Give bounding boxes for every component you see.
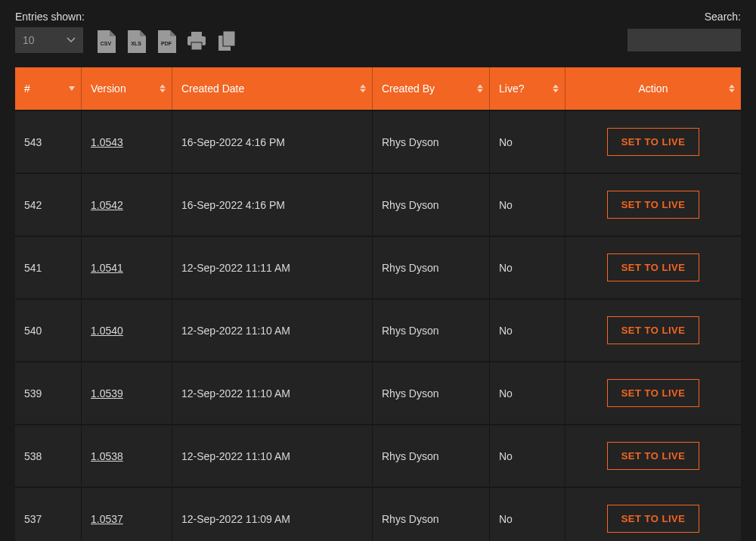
version-link[interactable]: 1.0541 (91, 262, 123, 274)
cell-created-by: Rhys Dyson (373, 487, 490, 541)
table-row: 5381.053812-Sep-2022 11:10 AMRhys DysonN… (15, 424, 741, 487)
cell-action: SET TO LIVE (565, 362, 741, 424)
cell-created-by: Rhys Dyson (373, 236, 490, 298)
svg-rect-7 (223, 31, 235, 46)
entries-shown-value: 10 (23, 34, 35, 46)
cell-number: 539 (15, 362, 82, 424)
cell-live: No (490, 487, 565, 541)
sort-icon (729, 85, 735, 93)
version-link[interactable]: 1.0539 (91, 387, 123, 400)
search-label: Search: (705, 11, 741, 23)
cell-created-date: 12-Sep-2022 11:10 AM (172, 424, 373, 487)
cell-created-by: Rhys Dyson (373, 299, 490, 361)
chevron-down-icon (67, 36, 76, 45)
svg-rect-5 (191, 42, 202, 50)
cell-action: SET TO LIVE (565, 487, 741, 541)
sort-icon (360, 85, 366, 93)
version-link[interactable]: 1.0542 (91, 199, 123, 211)
svg-rect-3 (191, 32, 202, 36)
cell-number: 542 (15, 173, 82, 235)
cell-version: 1.0537 (82, 487, 172, 541)
cell-action: SET TO LIVE (565, 299, 741, 361)
cell-live: No (490, 236, 565, 298)
cell-live: No (490, 424, 565, 487)
cell-created-date: 12-Sep-2022 11:11 AM (172, 236, 373, 298)
sort-desc-icon (69, 86, 75, 91)
table-row: 5391.053912-Sep-2022 11:10 AMRhys DysonN… (15, 362, 741, 424)
cell-number: 540 (15, 299, 82, 361)
set-to-live-button[interactable]: SET TO LIVE (607, 191, 700, 219)
column-header-action[interactable]: Action (565, 67, 741, 110)
export-pdf-icon[interactable]: PDF (156, 30, 177, 53)
export-icons: CSV XLS PDF (95, 30, 237, 53)
search-input[interactable] (627, 29, 741, 51)
table-row: 5371.053712-Sep-2022 11:09 AMRhys DysonN… (15, 487, 741, 541)
version-link[interactable]: 1.0538 (91, 450, 123, 462)
cell-version: 1.0543 (82, 110, 172, 173)
cell-version: 1.0541 (82, 236, 172, 298)
set-to-live-button[interactable]: SET TO LIVE (607, 128, 700, 156)
sort-icon (553, 85, 559, 93)
set-to-live-button[interactable]: SET TO LIVE (607, 379, 700, 407)
table-row: 5401.054012-Sep-2022 11:10 AMRhys DysonN… (15, 299, 741, 361)
cell-action: SET TO LIVE (565, 424, 741, 487)
sort-icon (160, 85, 166, 93)
cell-created-by: Rhys Dyson (373, 173, 490, 235)
set-to-live-button[interactable]: SET TO LIVE (607, 253, 700, 281)
cell-created-date: 16-Sep-2022 4:16 PM (172, 173, 373, 235)
cell-number: 541 (15, 236, 82, 298)
cell-number: 538 (15, 424, 82, 487)
version-link[interactable]: 1.0540 (91, 325, 123, 337)
cell-version: 1.0539 (82, 362, 172, 424)
cell-version: 1.0540 (82, 299, 172, 361)
column-header-version[interactable]: Version (82, 67, 172, 110)
export-csv-icon[interactable]: CSV (95, 30, 116, 53)
cell-created-date: 12-Sep-2022 11:09 AM (172, 487, 373, 541)
version-link[interactable]: 1.0537 (91, 513, 123, 525)
cell-version: 1.0542 (82, 173, 172, 235)
toolbar: Entries shown: 10 CSV XLS PDF (15, 0, 741, 53)
cell-version: 1.0538 (82, 424, 172, 487)
cell-live: No (490, 110, 565, 173)
cell-created-by: Rhys Dyson (373, 362, 490, 424)
toolbar-left: Entries shown: 10 CSV XLS PDF (15, 11, 237, 53)
cell-created-by: Rhys Dyson (373, 424, 490, 487)
cell-created-date: 12-Sep-2022 11:10 AM (172, 299, 373, 361)
entries-shown-group: Entries shown: 10 (15, 11, 85, 53)
svg-text:PDF: PDF (161, 41, 172, 46)
version-link[interactable]: 1.0543 (91, 136, 123, 148)
table-row: 5411.054112-Sep-2022 11:11 AMRhys DysonN… (15, 236, 741, 298)
table-row: 5431.054316-Sep-2022 4:16 PMRhys DysonNo… (15, 110, 741, 173)
column-header-created-by[interactable]: Created By (373, 67, 490, 110)
set-to-live-button[interactable]: SET TO LIVE (607, 505, 700, 533)
table-row: 5421.054216-Sep-2022 4:16 PMRhys DysonNo… (15, 173, 741, 235)
set-to-live-button[interactable]: SET TO LIVE (607, 316, 700, 344)
data-table: # Version Created Date Cr (15, 67, 741, 541)
cell-created-date: 12-Sep-2022 11:10 AM (172, 362, 373, 424)
cell-created-date: 16-Sep-2022 4:16 PM (172, 110, 373, 173)
copy-icon[interactable] (216, 30, 237, 53)
toolbar-right: Search: (627, 11, 741, 51)
entries-shown-label: Entries shown: (15, 11, 85, 23)
entries-shown-select[interactable]: 10 (15, 27, 83, 53)
cell-number: 537 (15, 487, 82, 541)
svg-text:CSV: CSV (101, 41, 112, 46)
print-icon[interactable] (186, 30, 207, 53)
cell-created-by: Rhys Dyson (373, 110, 490, 173)
svg-text:XLS: XLS (131, 41, 141, 46)
cell-action: SET TO LIVE (565, 173, 741, 235)
cell-live: No (490, 362, 565, 424)
export-xls-icon[interactable]: XLS (125, 30, 147, 53)
cell-number: 543 (15, 110, 82, 173)
column-header-live[interactable]: Live? (490, 67, 565, 110)
cell-action: SET TO LIVE (565, 236, 741, 298)
cell-live: No (490, 173, 565, 235)
column-header-number[interactable]: # (15, 67, 82, 110)
sort-icon (477, 85, 483, 93)
cell-action: SET TO LIVE (565, 110, 741, 173)
column-header-created-date[interactable]: Created Date (172, 67, 373, 110)
cell-live: No (490, 299, 565, 361)
set-to-live-button[interactable]: SET TO LIVE (607, 442, 700, 470)
